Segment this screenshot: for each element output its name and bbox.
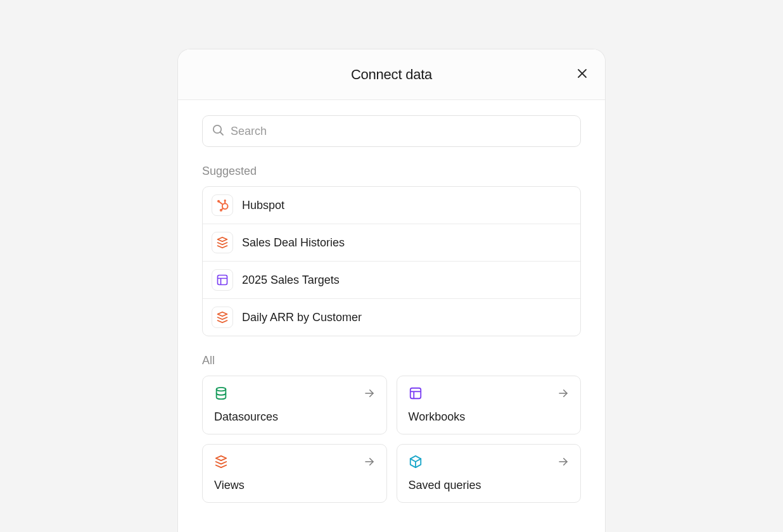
datasource-icon (214, 386, 228, 403)
workbook-icon (212, 269, 233, 291)
card-title: Saved queries (409, 479, 570, 492)
list-item-label: Hubspot (242, 199, 284, 212)
svg-point-2 (213, 125, 221, 133)
card-title: Workbooks (409, 410, 570, 424)
suggested-item-sales-deal-histories[interactable]: Sales Deal Histories (203, 224, 580, 262)
card-datasources[interactable]: Datasources (202, 376, 387, 434)
modal-body: Suggested Hubspot (178, 100, 605, 528)
svg-point-6 (224, 200, 226, 201)
arrow-right-icon (557, 456, 569, 470)
search-field[interactable] (202, 115, 581, 147)
close-button[interactable] (573, 66, 591, 84)
views-icon (212, 232, 233, 253)
views-icon (212, 307, 233, 328)
suggested-item-daily-arr-by-customer[interactable]: Daily ARR by Customer (203, 299, 580, 336)
svg-rect-11 (218, 276, 227, 285)
svg-point-14 (217, 388, 226, 391)
list-item-label: Sales Deal Histories (242, 236, 345, 250)
suggested-item-2025-sales-targets[interactable]: 2025 Sales Targets (203, 262, 580, 299)
all-grid: Datasources (202, 376, 581, 503)
suggested-item-hubspot[interactable]: Hubspot (203, 187, 580, 224)
search-input[interactable] (231, 125, 571, 138)
modal-title: Connect data (351, 66, 432, 83)
suggested-label: Suggested (202, 165, 581, 178)
svg-point-8 (217, 200, 220, 203)
card-saved-queries[interactable]: Saved queries (397, 444, 582, 503)
arrow-right-icon (364, 456, 375, 470)
list-item-label: 2025 Sales Targets (242, 274, 340, 287)
modal-header: Connect data (178, 49, 605, 100)
connect-data-modal: Connect data Suggested (177, 49, 606, 532)
svg-rect-16 (410, 388, 421, 399)
hubspot-icon (212, 194, 233, 216)
workbook-icon (409, 386, 423, 403)
arrow-right-icon (364, 388, 375, 402)
card-views[interactable]: Views (202, 444, 387, 503)
all-label: All (202, 354, 581, 367)
card-workbooks[interactable]: Workbooks (397, 376, 582, 434)
card-title: Datasources (214, 410, 375, 424)
views-icon (214, 455, 228, 471)
arrow-right-icon (557, 388, 569, 402)
card-title: Views (214, 479, 375, 492)
suggested-list: Hubspot Sales Deal Histories (202, 186, 581, 336)
list-item-label: Daily ARR by Customer (242, 311, 362, 324)
close-icon (576, 68, 588, 81)
search-icon (212, 124, 224, 139)
cube-icon (409, 455, 423, 471)
svg-line-3 (220, 132, 223, 135)
